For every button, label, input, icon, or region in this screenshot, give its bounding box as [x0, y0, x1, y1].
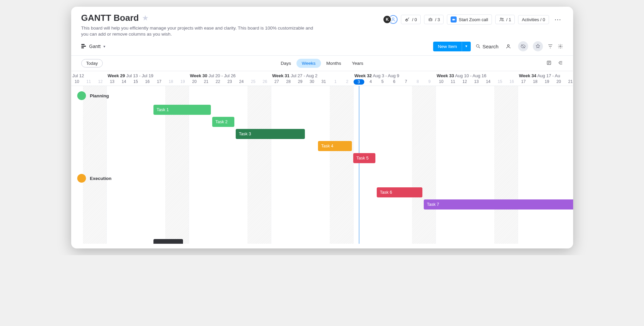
- weekend-shade: [83, 86, 106, 244]
- board-header: GANTT Board ★ This board will help you e…: [71, 7, 573, 37]
- zoom-tab-weeks[interactable]: Weeks: [296, 59, 321, 68]
- group-name: Execution: [90, 176, 112, 181]
- hide-button[interactable]: [518, 41, 528, 51]
- person-filter-button[interactable]: [503, 41, 513, 51]
- day-label: 16: [506, 79, 518, 84]
- day-label: 26: [259, 79, 271, 84]
- group-row[interactable]: Execution: [71, 171, 112, 185]
- day-label: 15: [494, 79, 506, 84]
- task-bar[interactable]: Task 6: [377, 187, 422, 197]
- weekend-shade: [247, 86, 271, 244]
- today-line: [359, 86, 359, 244]
- view-selector[interactable]: Gantt ▾: [81, 44, 105, 49]
- day-label: 20: [189, 79, 200, 84]
- group-row[interactable]: Planning: [71, 89, 109, 103]
- day-label: 17: [153, 79, 165, 84]
- new-item-label[interactable]: New Item: [433, 42, 462, 51]
- day-label: 19: [177, 79, 189, 84]
- people-button[interactable]: / 1: [495, 15, 515, 24]
- day-label: 18: [530, 79, 541, 84]
- day-label: 21: [200, 79, 212, 84]
- star-icon[interactable]: ★: [142, 14, 149, 22]
- zoom-tab-years[interactable]: Years: [347, 59, 369, 68]
- svg-point-9: [560, 46, 561, 47]
- day-label: 12: [459, 79, 471, 84]
- zoom-tab-months[interactable]: Months: [321, 59, 347, 68]
- robot-icon: [428, 17, 433, 22]
- svg-point-2: [429, 19, 430, 20]
- day-label: 21: [565, 79, 573, 84]
- day-label: 13: [471, 79, 482, 84]
- day-label: 1: [330, 79, 341, 84]
- task-bar[interactable]: Task 3: [236, 129, 305, 139]
- activities-button[interactable]: Activities / 0: [518, 15, 549, 24]
- integrations-button[interactable]: / 0: [401, 15, 420, 24]
- export-icon[interactable]: [546, 60, 552, 67]
- search-button[interactable]: Search: [475, 44, 499, 49]
- settings-button[interactable]: [558, 44, 563, 49]
- task-bar[interactable]: Task 5: [353, 153, 375, 163]
- week-label: Week 34 Aug 17 - Au: [519, 73, 560, 78]
- day-label: 25: [247, 79, 259, 84]
- day-label: 8: [412, 79, 424, 84]
- day-label: 11: [83, 79, 95, 84]
- day-label: 15: [130, 79, 142, 84]
- day-label: 2: [341, 79, 353, 84]
- group-color-dot: [77, 91, 86, 100]
- day-label: 14: [118, 79, 130, 84]
- plug-icon: [405, 17, 410, 22]
- week-label: Week 30 Jul 20 - Jul 26: [190, 73, 236, 78]
- day-label: 12: [95, 79, 106, 84]
- task-bar[interactable]: Task 7: [424, 199, 573, 209]
- new-item-dropdown[interactable]: ▾: [462, 42, 471, 51]
- zoom-tabs: DaysWeeksMonthsYears: [275, 59, 369, 68]
- new-item-button[interactable]: New Item ▾: [433, 42, 471, 51]
- zoom-call-button[interactable]: Start Zoom call: [447, 14, 492, 25]
- day-label: 18: [165, 79, 177, 84]
- collapse-icon[interactable]: [558, 60, 563, 67]
- zoom-tab-days[interactable]: Days: [275, 59, 296, 68]
- day-label: 30: [306, 79, 318, 84]
- grid-line: [106, 86, 107, 244]
- svg-rect-1: [429, 18, 432, 21]
- day-label: 31: [318, 79, 330, 84]
- grid-line: [435, 86, 436, 244]
- weekend-shade: [330, 86, 353, 244]
- svg-point-0: [393, 18, 394, 19]
- weekend-shade: [494, 86, 518, 244]
- activities-label: Activities / 0: [522, 17, 545, 22]
- more-icon[interactable]: ⋯: [552, 14, 563, 25]
- task-bar[interactable]: Task 4: [318, 141, 352, 151]
- week-label: Week 29 Jul 13 - Jul 19: [108, 73, 153, 78]
- svg-point-3: [431, 19, 431, 20]
- timeline-toolbar: Today DaysWeeksMonthsYears: [71, 56, 573, 71]
- search-icon: [475, 44, 481, 49]
- week-label: Week 32 Aug 3 - Aug 9: [355, 73, 399, 78]
- automations-button[interactable]: / 3: [424, 15, 444, 24]
- month-leading-label: Jul 12: [73, 73, 84, 78]
- task-bar[interactable]: Task 2: [212, 117, 234, 127]
- grid-line: [518, 86, 518, 244]
- task-bar[interactable]: Task 1: [153, 105, 211, 115]
- task-bar-partial[interactable]: [153, 239, 183, 244]
- filter-button[interactable]: [548, 44, 553, 49]
- board-description: This board will help you efficiently man…: [81, 25, 316, 37]
- view-bar: Gantt ▾ New Item ▾ Search: [71, 37, 573, 56]
- day-label: 14: [482, 79, 494, 84]
- gantt-chart: Jul 12 Week 29 Jul 13 - Jul 19Week 30 Ju…: [71, 71, 573, 244]
- day-label: 5: [377, 79, 388, 84]
- chart-body[interactable]: PlanningTask 1Task 2Task 3Task 4Task 5Ex…: [71, 86, 573, 244]
- day-label: 27: [271, 79, 283, 84]
- people-count: / 1: [506, 17, 511, 22]
- svg-point-6: [502, 18, 503, 19]
- day-label: 6: [388, 79, 400, 84]
- person-icon: [506, 44, 511, 49]
- svg-point-8: [507, 45, 509, 46]
- avatar-stack[interactable]: K: [383, 15, 398, 24]
- group-color-dot: [77, 174, 86, 183]
- day-label: 28: [283, 79, 294, 84]
- group-name: Planning: [90, 93, 109, 98]
- today-marker: 3: [354, 79, 364, 85]
- today-button[interactable]: Today: [81, 59, 103, 67]
- pin-button[interactable]: [533, 41, 543, 51]
